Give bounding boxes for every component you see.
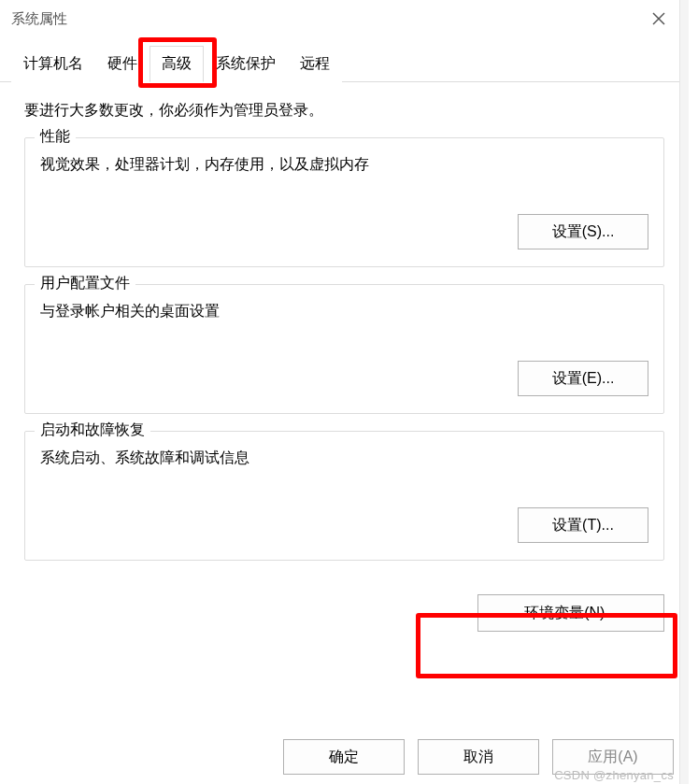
intro-text: 要进行大多数更改，你必须作为管理员登录。 bbox=[24, 101, 664, 121]
performance-desc: 视觉效果，处理器计划，内存使用，以及虚拟内存 bbox=[40, 155, 648, 175]
startup-title: 启动和故障恢复 bbox=[35, 421, 150, 440]
user-profiles-settings-button[interactable]: 设置(E)... bbox=[518, 361, 648, 396]
startup-group: 启动和故障恢复 系统启动、系统故障和调试信息 设置(T)... bbox=[24, 431, 664, 561]
environment-variables-button[interactable]: 环境变量(N)... bbox=[477, 594, 664, 632]
tab-advanced[interactable]: 高级 bbox=[150, 46, 204, 82]
dialog-title: 系统属性 bbox=[11, 10, 640, 28]
user-profiles-desc: 与登录帐户相关的桌面设置 bbox=[40, 302, 648, 321]
performance-settings-button[interactable]: 设置(S)... bbox=[518, 214, 648, 249]
startup-desc: 系统启动、系统故障和调试信息 bbox=[40, 449, 648, 468]
close-button[interactable] bbox=[640, 0, 677, 37]
tab-content-advanced: 要进行大多数更改，你必须作为管理员登录。 性能 视觉效果，处理器计划，内存使用，… bbox=[0, 82, 689, 587]
performance-group: 性能 视觉效果，处理器计划，内存使用，以及虚拟内存 设置(S)... bbox=[24, 137, 664, 267]
tab-system-protection[interactable]: 系统保护 bbox=[204, 46, 288, 82]
performance-title: 性能 bbox=[35, 127, 76, 147]
tab-bar: 计算机名 硬件 高级 系统保护 远程 bbox=[0, 37, 689, 82]
user-profiles-title: 用户配置文件 bbox=[35, 274, 135, 293]
user-profiles-group: 用户配置文件 与登录帐户相关的桌面设置 设置(E)... bbox=[24, 284, 664, 414]
side-strip bbox=[679, 0, 689, 784]
env-row: 环境变量(N)... bbox=[0, 587, 689, 632]
ok-button[interactable]: 确定 bbox=[283, 739, 405, 775]
system-properties-dialog: 系统属性 计算机名 硬件 高级 系统保护 远程 要进行大多数更改，你必须作为管理… bbox=[0, 0, 689, 784]
tab-hardware[interactable]: 硬件 bbox=[95, 46, 150, 82]
tab-computer-name[interactable]: 计算机名 bbox=[11, 46, 95, 82]
tab-remote[interactable]: 远程 bbox=[288, 46, 342, 82]
cancel-button[interactable]: 取消 bbox=[418, 739, 539, 775]
startup-button-row: 设置(T)... bbox=[40, 507, 648, 543]
watermark-text: CSDN @zhenyan_cs bbox=[554, 768, 674, 782]
close-icon bbox=[651, 11, 666, 26]
titlebar: 系统属性 bbox=[0, 0, 689, 37]
performance-button-row: 设置(S)... bbox=[40, 214, 648, 249]
user-profiles-button-row: 设置(E)... bbox=[40, 361, 648, 396]
startup-settings-button[interactable]: 设置(T)... bbox=[518, 507, 648, 543]
